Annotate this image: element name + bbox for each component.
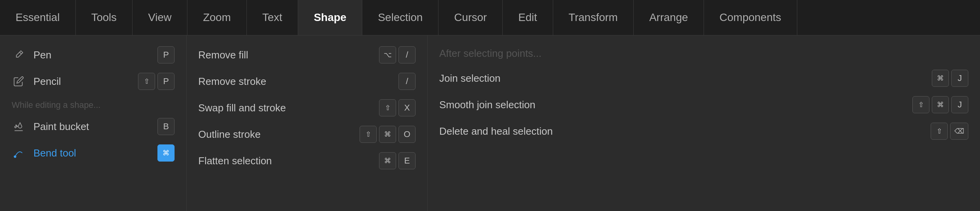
cmd-row-outline-stroke: Outline stroke ⇧ ⌘ O [198,123,416,146]
svg-point-0 [14,156,16,158]
remove-fill-label: Remove fill [198,49,248,61]
cmd-row-delete-heal: Delete and heal selection ⇧ ⌫ [439,120,968,143]
pencil-label: Pencil [33,76,61,88]
smooth-join-label: Smooth join selection [439,99,535,111]
pencil-icon [12,74,26,88]
paint-bucket-icon [12,120,26,134]
join-label: Join selection [439,72,501,84]
nav-zoom[interactable]: Zoom [187,0,247,35]
cmd-row-join: Join selection ⌘ J [439,67,968,90]
smooth-join-key-j: J [951,96,968,113]
flatten-keys: ⌘ E [379,152,416,169]
delete-heal-label: Delete and heal selection [439,125,553,137]
pen-label: Pen [33,49,51,61]
remove-stroke-label: Remove stroke [198,76,266,88]
join-key-j: J [951,70,968,87]
remove-fill-key-slash: / [398,46,416,63]
nav-tools[interactable]: Tools [76,0,133,35]
pen-key-p: P [157,46,175,63]
nav-cursor[interactable]: Cursor [438,0,503,35]
nav-shape[interactable]: Shape [298,0,362,35]
cmd-row-swap-fill: Swap fill and stroke ⇧ X [198,96,416,120]
pen-icon [12,48,26,62]
tool-row-pencil: Pencil ⇧ P [12,70,175,93]
middle-panel: Remove fill ⌥ / Remove stroke / Swap fil… [187,35,428,211]
pencil-key-p: P [157,73,175,90]
paint-bucket-key-b: B [157,118,175,135]
nav-transform[interactable]: Transform [553,0,634,35]
cmd-row-smooth-join: Smooth join selection ⇧ ⌘ J [439,93,968,116]
smooth-join-key-cmd: ⌘ [932,96,949,113]
bend-tool-label: Bend tool [33,147,76,159]
tool-row-bend: Bend tool ⌘ [12,141,175,165]
cmd-row-flatten: Flatten selection ⌘ E [198,149,416,172]
nav-components[interactable]: Components [704,0,797,35]
outline-stroke-keys: ⇧ ⌘ O [360,126,416,143]
remove-fill-key-opt: ⌥ [379,46,396,63]
bend-tool-icon [12,146,26,160]
nav-text[interactable]: Text [247,0,298,35]
outline-stroke-key-shift: ⇧ [360,126,377,143]
join-key-cmd: ⌘ [932,70,949,87]
left-panel: Pen P Pencil ⇧ P While [0,35,187,211]
right-panel: After selecting points... Join selection… [428,35,980,211]
nav-view[interactable]: View [133,0,187,35]
flatten-label: Flatten selection [198,155,272,167]
tool-row-paint-bucket: Paint bucket B [12,115,175,138]
bend-tool-keys: ⌘ [157,144,175,162]
join-keys: ⌘ J [932,70,968,87]
swap-fill-keys: ⇧ X [379,99,416,116]
cmd-row-remove-fill: Remove fill ⌥ / [198,43,416,67]
flatten-key-e: E [398,152,416,169]
hint-row: After selecting points... [439,43,968,63]
remove-stroke-keys: / [398,73,416,90]
remove-stroke-key-slash: / [398,73,416,90]
swap-fill-key-x: X [398,99,416,116]
swap-fill-key-shift: ⇧ [379,99,396,116]
nav-essential[interactable]: Essential [0,0,76,35]
pen-keys: P [157,46,175,63]
smooth-join-keys: ⇧ ⌘ J [912,96,968,113]
nav-selection[interactable]: Selection [362,0,438,35]
nav-edit[interactable]: Edit [503,0,553,35]
remove-fill-keys: ⌥ / [379,46,416,63]
hint-text: After selecting points... [439,47,542,60]
content-area: Pen P Pencil ⇧ P While [0,35,980,211]
tool-row-pen: Pen P [12,43,175,67]
pencil-key-shift: ⇧ [138,73,155,90]
paint-bucket-keys: B [157,118,175,135]
bend-tool-key-cmd: ⌘ [157,144,175,162]
flatten-key-cmd: ⌘ [379,152,396,169]
delete-heal-key-shift: ⇧ [931,123,948,140]
smooth-join-key-shift: ⇧ [912,96,929,113]
outline-stroke-key-cmd: ⌘ [379,126,396,143]
shape-editing-label: While editing a shape... [12,96,175,112]
nav-arrange[interactable]: Arrange [634,0,704,35]
delete-heal-keys: ⇧ ⌫ [931,123,968,140]
top-nav: Essential Tools View Zoom Text Shape Sel… [0,0,980,35]
outline-stroke-key-o: O [398,126,416,143]
outline-stroke-label: Outline stroke [198,128,260,141]
swap-fill-label: Swap fill and stroke [198,102,286,114]
cmd-row-remove-stroke: Remove stroke / [198,70,416,93]
paint-bucket-label: Paint bucket [33,121,89,133]
pencil-keys: ⇧ P [138,73,175,90]
delete-heal-key-backspace: ⌫ [950,123,968,140]
